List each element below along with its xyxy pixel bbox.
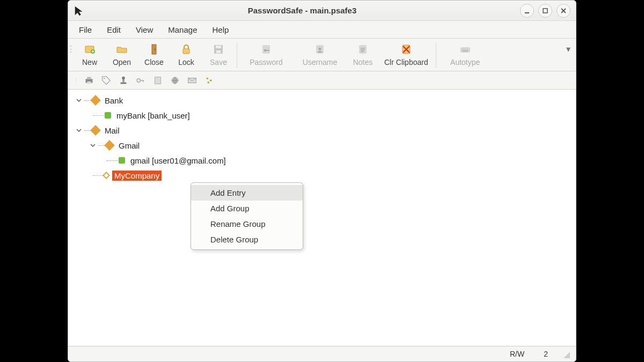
toolbar-grip[interactable]: ⋮	[68, 40, 74, 54]
svg-rect-6	[183, 49, 189, 54]
close-button-tb[interactable]: Close	[138, 40, 170, 71]
maximize-button[interactable]	[538, 4, 552, 18]
tag-icon[interactable]	[100, 75, 112, 86]
clipboard-key-icon	[260, 43, 273, 56]
new-label: New	[82, 58, 97, 67]
open-icon	[115, 43, 128, 56]
clear-clipboard-button[interactable]: Clr Clipboard	[379, 40, 434, 71]
expand-toggle-bank[interactable]	[75, 96, 83, 105]
status-mode: R/W	[500, 350, 534, 358]
new-icon	[83, 43, 96, 56]
toolbar-separator-1	[237, 43, 237, 68]
svg-rect-25	[155, 77, 161, 84]
close-button[interactable]	[557, 4, 570, 18]
save-button[interactable]: Save	[202, 40, 235, 71]
svg-point-5	[155, 49, 156, 50]
ctx-rename-group[interactable]: Rename Group	[191, 216, 303, 232]
svg-rect-9	[216, 50, 221, 53]
username-button[interactable]: Username	[293, 40, 347, 71]
group-icon	[104, 140, 115, 151]
menu-view[interactable]: View	[129, 23, 159, 36]
statusbar: R/W 2	[68, 346, 576, 361]
password-button[interactable]: Password	[239, 40, 293, 71]
entry-gmail[interactable]: gmail [user01@gmail.com]	[128, 156, 228, 166]
menubar: File Edit View Manage Help	[68, 21, 576, 38]
autotype-button[interactable]: Autotype	[438, 40, 492, 71]
clipboard-user-icon	[313, 43, 326, 56]
save-icon	[212, 43, 225, 56]
entry-icon	[105, 112, 111, 119]
svg-rect-21	[121, 82, 127, 84]
iconbar-grip[interactable]: ⋮	[74, 77, 78, 83]
entry-mybank[interactable]: myBank [bank_user]	[114, 110, 192, 121]
group-gmail[interactable]: Gmail	[116, 141, 142, 151]
menu-file[interactable]: File	[72, 23, 98, 36]
key-icon[interactable]	[135, 75, 147, 86]
group-bank[interactable]: Bank	[103, 95, 125, 106]
open-button[interactable]: Open	[106, 40, 138, 71]
new-button[interactable]: New	[74, 40, 106, 71]
ctx-add-group[interactable]: Add Group	[191, 201, 303, 216]
expand-toggle-gmail[interactable]	[89, 141, 97, 150]
svg-point-29	[210, 79, 212, 82]
save-label: Save	[210, 58, 227, 67]
notes-button[interactable]: Notes	[347, 40, 379, 71]
tree-line	[107, 160, 118, 161]
toolbar-separator-2	[436, 43, 436, 68]
clrclip-label: Clr Clipboard	[384, 58, 428, 67]
autotype-label: Autotype	[450, 58, 480, 67]
svg-point-13	[319, 48, 321, 50]
group-icon	[90, 95, 101, 106]
resize-grip[interactable]	[561, 349, 570, 359]
context-menu: Add Entry Add Group Rename Group Delete …	[191, 182, 303, 250]
secondary-toolbar: ⋮	[68, 71, 576, 90]
svg-rect-16	[460, 47, 470, 53]
menu-help[interactable]: Help	[206, 23, 236, 36]
notes-label: Notes	[353, 58, 373, 67]
entry-icon	[119, 157, 125, 164]
svg-rect-8	[216, 46, 221, 48]
svg-point-20	[104, 78, 105, 79]
svg-point-24	[137, 78, 140, 82]
lock-label: Lock	[178, 58, 194, 67]
svg-rect-19	[87, 81, 91, 84]
expand-toggle-mail[interactable]	[75, 126, 83, 135]
tree-line	[93, 115, 104, 116]
lock-button[interactable]: Lock	[170, 40, 202, 71]
close-label: Close	[144, 58, 164, 67]
keyboard-icon	[459, 43, 472, 56]
svg-point-23	[122, 76, 125, 79]
svg-rect-1	[543, 9, 547, 13]
toolbar-overflow[interactable]: ▾	[561, 40, 576, 58]
printer-icon[interactable]	[83, 75, 95, 86]
svg-point-11	[264, 49, 266, 51]
group-mail[interactable]: Mail	[103, 125, 122, 136]
svg-point-28	[207, 77, 209, 79]
toolbar: ⋮ New Open Close Lock Save Password Us	[68, 38, 576, 71]
door-icon	[148, 43, 160, 56]
svg-point-30	[207, 81, 209, 83]
ctx-add-entry[interactable]: Add Entry	[191, 185, 303, 201]
stamp-icon[interactable]	[118, 75, 129, 86]
password-label: Password	[250, 58, 282, 67]
app-icon	[74, 5, 85, 17]
username-label: Username	[303, 58, 338, 67]
note-icon[interactable]	[152, 75, 164, 86]
tree-view[interactable]: Bank myBank [bank_user] Mail Gmail	[68, 90, 576, 346]
status-count: 2	[534, 350, 558, 358]
svg-rect-0	[525, 12, 529, 13]
menu-manage[interactable]: Manage	[162, 23, 203, 36]
sparkle-icon[interactable]	[203, 75, 215, 86]
mail-icon[interactable]	[186, 75, 198, 86]
menu-edit[interactable]: Edit	[100, 23, 127, 36]
lock-icon	[180, 43, 193, 56]
minimize-button[interactable]	[520, 4, 534, 18]
group-mycompany[interactable]: MyCompany	[112, 171, 162, 181]
globe-icon[interactable]	[169, 75, 181, 86]
ctx-delete-group[interactable]: Delete Group	[191, 232, 303, 247]
window-title: PasswordSafe - main.psafe3	[89, 6, 516, 15]
svg-rect-10	[262, 45, 270, 54]
clipboard-notes-icon	[356, 43, 369, 56]
group-empty-icon	[103, 172, 110, 179]
clear-clipboard-icon	[400, 43, 413, 56]
